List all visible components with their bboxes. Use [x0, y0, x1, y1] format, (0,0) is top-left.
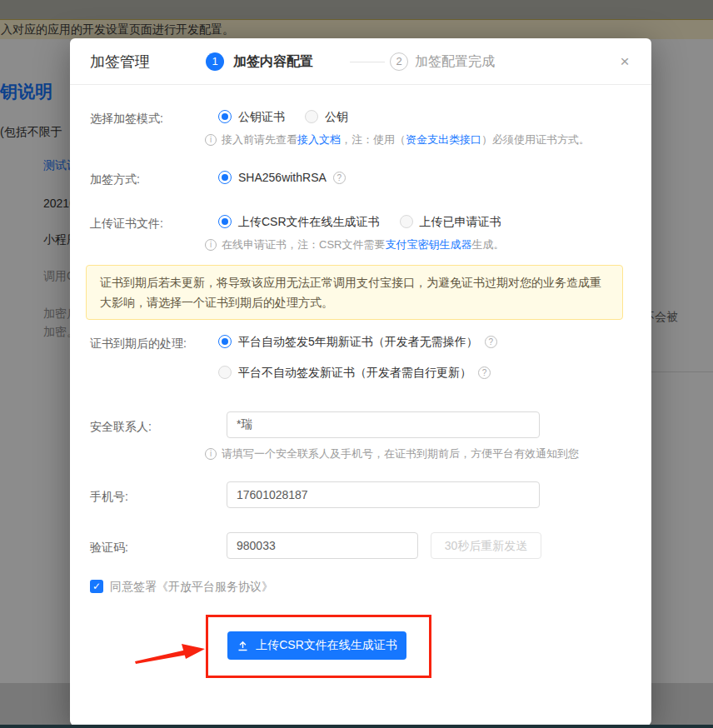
annotation-arrow [135, 638, 208, 668]
radio-no-auto-renew[interactable] [218, 366, 232, 379]
expiry-label: 证书到期后的处理: [90, 335, 187, 352]
key-generator-link[interactable]: 支付宝密钥生成器 [385, 237, 471, 252]
radio-auto-renew[interactable] [218, 335, 232, 348]
expiry-warning-box: 证书到期后若未更新，将导致该应用无法正常调用支付宝接口，为避免证书过期对您的业务… [86, 265, 623, 320]
sign-algo-label: 加签方式: [90, 171, 140, 187]
phone-input[interactable] [227, 481, 540, 508]
hint-text: ，注：使用（ [341, 132, 406, 147]
help-icon[interactable]: ? [478, 366, 491, 379]
radio-public-key-cert-label: 公钥证书 [238, 108, 285, 125]
hint-text: 在线申请证书，注：CSR文件需要 [222, 237, 385, 252]
service-agreement-link[interactable]: 《开放平台服务协议》 [157, 580, 273, 593]
dialog-header: 加签管理 1 加签内容配置 2 加签配置完成 × [70, 38, 651, 85]
info-icon: i [205, 448, 217, 460]
contact-input[interactable] [227, 411, 540, 438]
info-icon: i [205, 239, 217, 251]
sign-mode-label: 选择加签模式: [90, 110, 163, 127]
phone-label: 手机号: [90, 488, 128, 505]
hint-text: 请填写一个安全联系人及手机号，在证书到期前后，方便平台有效通知到您 [222, 446, 579, 461]
step-1-label: 加签内容配置 [233, 52, 313, 71]
radio-public-key-label: 公钥 [325, 108, 348, 125]
radio-upload-csr[interactable] [218, 215, 232, 228]
radio-public-key-cert[interactable] [218, 110, 232, 123]
resend-code-button[interactable]: 30秒后重新发送 [431, 532, 541, 559]
bottom-edge-bar [0, 725, 713, 728]
hint-text: 接入前请先查看 [222, 132, 297, 147]
annotation-highlight-rect [206, 615, 431, 678]
contact-hint: i 请填写一个安全联系人及手机号，在证书到期前后，方便平台有效通知到您 [205, 446, 579, 461]
radio-sha256-label: SHA256withRSA [238, 169, 327, 186]
info-icon: i [205, 134, 217, 146]
close-icon[interactable]: × [613, 50, 636, 73]
radio-upload-csr-label: 上传CSR文件在线生成证书 [238, 213, 380, 230]
radio-no-auto-renew-label: 平台不自动签发新证书（开发者需自行更新） [238, 364, 471, 381]
sign-mode-hint: i 接入前请先查看 接入文档 ，注：使用（ 资金支出类接口 ）必须使用证书方式。 [205, 132, 590, 147]
step-2-label: 加签配置完成 [415, 52, 495, 71]
fund-api-link[interactable]: 资金支出类接口 [406, 132, 481, 147]
radio-upload-existing-label: 上传已申请证书 [420, 213, 501, 230]
radio-auto-renew-label: 平台自动签发5年期新证书（开发者无需操作） [238, 333, 478, 350]
hint-text: ）必须使用证书方式。 [481, 132, 590, 147]
hint-text: 生成。 [471, 237, 504, 252]
code-input[interactable] [227, 532, 418, 559]
sign-management-dialog: 加签管理 1 加签内容配置 2 加签配置完成 × 选择加签模式: 公钥证书 公钥… [70, 38, 651, 726]
help-icon[interactable]: ? [333, 172, 346, 184]
step-2-indicator: 2 [390, 52, 408, 71]
agreement-text: 同意签署 [110, 580, 157, 593]
step-1-indicator: 1 [206, 52, 224, 71]
radio-sha256[interactable] [218, 171, 232, 184]
contact-label: 安全联系人: [90, 418, 152, 435]
radio-public-key[interactable] [305, 110, 318, 123]
cert-file-hint: i 在线申请证书，注：CSR文件需要 支付宝密钥生成器 生成。 [205, 237, 504, 252]
dialog-title: 加签管理 [90, 38, 150, 85]
access-doc-link[interactable]: 接入文档 [297, 132, 341, 147]
radio-upload-existing[interactable] [400, 215, 413, 228]
code-label: 验证码: [90, 539, 128, 556]
agreement-checkbox[interactable]: ✓ [90, 580, 103, 593]
cert-file-label: 上传证书文件: [90, 215, 163, 232]
help-icon[interactable]: ? [485, 336, 497, 348]
step-connector [350, 62, 385, 62]
